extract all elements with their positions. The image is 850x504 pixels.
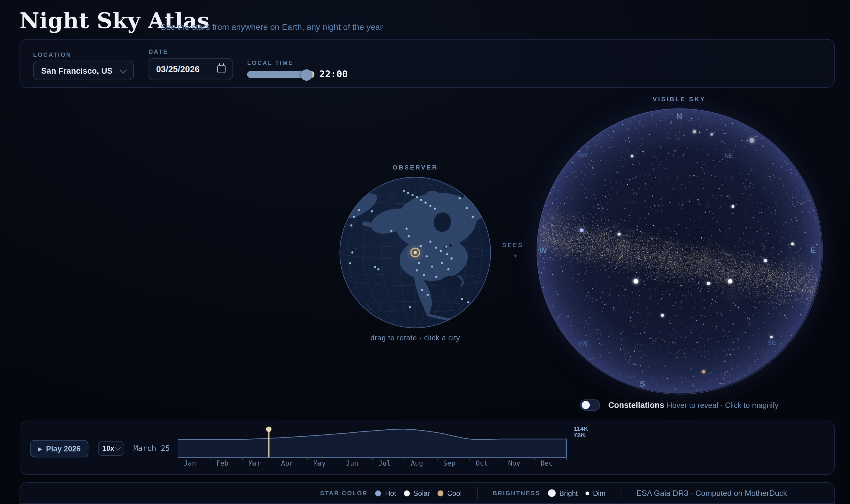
- city-dot[interactable]: [450, 257, 453, 259]
- legend-item-cool: Cool: [437, 489, 462, 497]
- city-dot[interactable]: [466, 207, 468, 209]
- star-count-area: [178, 429, 566, 457]
- constellations-label: Constellations: [608, 400, 664, 410]
- city-dot[interactable]: [445, 245, 447, 248]
- city-dot[interactable]: [431, 266, 433, 268]
- divider: [477, 487, 478, 499]
- arrow-right-icon: →: [497, 248, 529, 259]
- city-dot[interactable]: [374, 266, 376, 268]
- city-dot[interactable]: [407, 192, 409, 194]
- city-dot[interactable]: [390, 230, 392, 232]
- time-slider-thumb[interactable]: [301, 69, 313, 81]
- legend-item-hot: Hot: [375, 489, 396, 497]
- city-dot[interactable]: [353, 216, 355, 218]
- city-dot[interactable]: [426, 255, 428, 257]
- city-dot[interactable]: [416, 269, 418, 271]
- legend-item-solar: Solar: [404, 489, 430, 497]
- city-dot[interactable]: [420, 199, 422, 201]
- location-select[interactable]: San Francisco, US: [33, 61, 134, 80]
- city-dot[interactable]: [351, 251, 353, 253]
- hot-dot-icon: [375, 490, 382, 496]
- month-label: Oct: [476, 459, 488, 467]
- local-time-label: LOCAL TIME: [247, 59, 293, 66]
- city-dot[interactable]: [467, 301, 470, 303]
- observer-label: OBSERVER: [339, 164, 491, 171]
- star-color-legend: HotSolarCool: [375, 489, 462, 497]
- visible-sky-label: VISIBLE SKY: [536, 96, 821, 103]
- night-sky-atlas-app: Night Sky Atlas See the stars from anywh…: [0, 0, 850, 504]
- dim-dot-icon: [585, 491, 589, 495]
- city-dot[interactable]: [411, 194, 413, 196]
- date-value: 03/25/2026: [156, 65, 199, 74]
- city-dot[interactable]: [403, 190, 405, 192]
- chevron-down-icon: [115, 445, 121, 450]
- city-dot[interactable]: [416, 196, 418, 198]
- city-dot[interactable]: [459, 197, 461, 199]
- constellations-toggle[interactable]: [580, 399, 600, 411]
- dim-label: Dim: [593, 489, 605, 497]
- location-marker[interactable]: [406, 243, 424, 262]
- date-label: DATE: [148, 48, 168, 55]
- city-dot[interactable]: [440, 250, 442, 252]
- observer-globe[interactable]: [339, 177, 491, 328]
- city-dot[interactable]: [461, 298, 463, 300]
- constellations-hint: Hover to reveal · Click to magnify: [667, 401, 779, 410]
- city-dot[interactable]: [423, 274, 425, 276]
- legend-bright: Bright: [548, 489, 578, 497]
- city-dot[interactable]: [358, 209, 360, 211]
- brightness-label: BRIGHTNESS: [493, 490, 541, 497]
- globe-caption: drag to rotate · click a city: [339, 334, 491, 342]
- cool-dot-icon: [437, 490, 443, 496]
- month-label: May: [314, 459, 325, 467]
- time-value: 22:00: [319, 69, 348, 80]
- city-dot[interactable]: [441, 262, 443, 264]
- city-dot[interactable]: [472, 216, 474, 218]
- city-dot[interactable]: [446, 253, 448, 255]
- speed-value: 10x: [103, 445, 114, 453]
- month-label: Aug: [411, 459, 423, 467]
- sky-dome: N S W E NW NE SW SE: [536, 108, 821, 393]
- city-dot[interactable]: [350, 224, 352, 226]
- time-slider[interactable]: [247, 70, 314, 78]
- peak-count-label: 114K: [573, 426, 588, 432]
- city-dot[interactable]: [429, 205, 431, 207]
- city-dot[interactable]: [349, 262, 351, 264]
- month-label: Dec: [541, 459, 552, 467]
- star-color-label: STAR COLOR: [320, 490, 368, 497]
- city-dot[interactable]: [424, 201, 426, 204]
- city-dot[interactable]: [371, 210, 373, 212]
- play-year-button[interactable]: ▶ Play 2026: [30, 440, 88, 457]
- city-dot[interactable]: [409, 306, 411, 308]
- city-dot[interactable]: [426, 294, 429, 296]
- solar-dot-icon: [404, 490, 410, 496]
- city-dot[interactable]: [418, 262, 420, 264]
- city-dot[interactable]: [435, 247, 437, 249]
- play-label: Play 2026: [46, 445, 81, 453]
- legend-item-label: Cool: [447, 489, 462, 497]
- toggle-knob[interactable]: [582, 401, 590, 409]
- city-dot[interactable]: [405, 228, 407, 230]
- date-input[interactable]: 03/25/2026: [148, 58, 233, 80]
- time-slider-fill: [247, 71, 306, 78]
- city-dot[interactable]: [408, 235, 410, 237]
- timeline-chart[interactable]: [178, 426, 567, 461]
- bright-dot-icon: [548, 489, 555, 497]
- month-label: Feb: [216, 459, 228, 467]
- current-count-label: 72K: [573, 431, 585, 439]
- city-dot[interactable]: [377, 268, 379, 270]
- calendar-icon[interactable]: [217, 65, 226, 73]
- sky-canvas[interactable]: [536, 108, 821, 393]
- play-icon: ▶: [38, 446, 42, 452]
- footer-bar: STAR COLOR HotSolarCool BRIGHTNESS Brigh…: [20, 482, 835, 504]
- city-dot[interactable]: [421, 289, 423, 291]
- month-label: Apr: [281, 459, 293, 467]
- month-label: Jan: [184, 459, 196, 467]
- divider: [621, 487, 621, 499]
- city-dot[interactable]: [435, 276, 437, 278]
- city-dot[interactable]: [434, 208, 436, 210]
- current-date-label: March 25: [133, 444, 170, 453]
- city-dot[interactable]: [447, 268, 449, 270]
- city-dot[interactable]: [429, 240, 431, 242]
- playback-speed-select[interactable]: 10x: [98, 441, 124, 456]
- date-marker-knob[interactable]: [266, 427, 271, 431]
